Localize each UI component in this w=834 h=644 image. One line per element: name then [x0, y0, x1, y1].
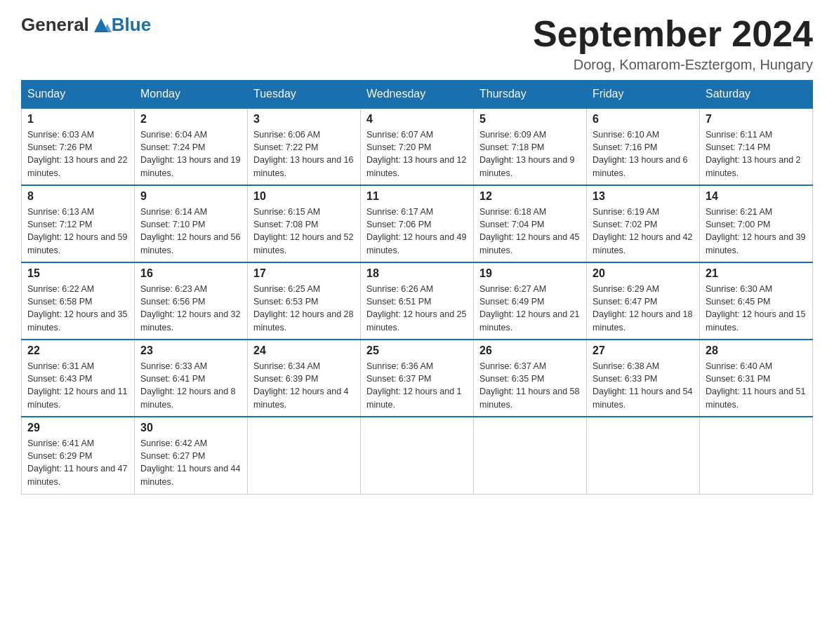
day-of-week-header: Monday: [135, 81, 248, 109]
day-number: 26: [479, 344, 581, 357]
day-info: Sunrise: 6:09 AMSunset: 7:18 PMDaylight:…: [479, 128, 581, 180]
day-number: 16: [140, 267, 241, 280]
logo: General Blue: [21, 14, 151, 36]
day-number: 4: [366, 113, 468, 126]
calendar-day-cell: 13Sunrise: 6:19 AMSunset: 7:02 PMDayligh…: [587, 185, 700, 262]
day-number: 5: [479, 113, 581, 126]
calendar-day-cell: 3Sunrise: 6:06 AMSunset: 7:22 PMDaylight…: [248, 108, 361, 185]
day-number: 17: [253, 267, 355, 280]
day-of-week-header: Friday: [587, 81, 700, 109]
day-info: Sunrise: 6:31 AMSunset: 6:43 PMDaylight:…: [27, 360, 128, 411]
day-number: 19: [479, 267, 581, 280]
day-number: 11: [366, 190, 468, 203]
calendar-week-row: 29Sunrise: 6:41 AMSunset: 6:29 PMDayligh…: [22, 417, 813, 494]
day-number: 10: [253, 190, 355, 203]
day-of-week-header: Wednesday: [361, 81, 474, 109]
day-of-week-header: Sunday: [22, 81, 135, 109]
page-header: General Blue September 2024 Dorog, Komar…: [21, 14, 813, 73]
calendar-day-cell: 28Sunrise: 6:40 AMSunset: 6:31 PMDayligh…: [700, 340, 813, 417]
day-of-week-header: Tuesday: [248, 81, 361, 109]
day-info: Sunrise: 6:21 AMSunset: 7:00 PMDaylight:…: [706, 206, 807, 257]
day-info: Sunrise: 6:03 AMSunset: 7:26 PMDaylight:…: [27, 128, 128, 180]
calendar-day-cell: 17Sunrise: 6:25 AMSunset: 6:53 PMDayligh…: [248, 262, 361, 340]
calendar-day-cell: 2Sunrise: 6:04 AMSunset: 7:24 PMDaylight…: [135, 108, 248, 185]
day-number: 22: [27, 344, 128, 357]
day-info: Sunrise: 6:17 AMSunset: 7:06 PMDaylight:…: [366, 206, 468, 257]
day-info: Sunrise: 6:30 AMSunset: 6:45 PMDaylight:…: [706, 283, 807, 334]
day-number: 14: [706, 190, 807, 203]
day-of-week-header: Saturday: [700, 81, 813, 109]
calendar-day-cell: 7Sunrise: 6:11 AMSunset: 7:14 PMDaylight…: [700, 108, 813, 185]
calendar-day-cell: 12Sunrise: 6:18 AMSunset: 7:04 PMDayligh…: [474, 185, 587, 262]
calendar-day-cell: 16Sunrise: 6:23 AMSunset: 6:56 PMDayligh…: [135, 262, 248, 340]
day-info: Sunrise: 6:23 AMSunset: 6:56 PMDaylight:…: [140, 283, 241, 334]
day-number: 18: [366, 267, 468, 280]
calendar-day-cell: 6Sunrise: 6:10 AMSunset: 7:16 PMDaylight…: [587, 108, 700, 185]
calendar-day-cell: 23Sunrise: 6:33 AMSunset: 6:41 PMDayligh…: [135, 340, 248, 417]
calendar-day-cell: 27Sunrise: 6:38 AMSunset: 6:33 PMDayligh…: [587, 340, 700, 417]
calendar-day-cell: [474, 417, 587, 494]
day-info: Sunrise: 6:29 AMSunset: 6:47 PMDaylight:…: [593, 283, 694, 334]
day-number: 27: [593, 344, 694, 357]
day-info: Sunrise: 6:41 AMSunset: 6:29 PMDaylight:…: [27, 437, 128, 488]
logo-icon: [91, 15, 112, 36]
day-info: Sunrise: 6:38 AMSunset: 6:33 PMDaylight:…: [593, 360, 694, 411]
day-number: 15: [27, 267, 128, 280]
logo-general: General: [21, 14, 89, 36]
day-info: Sunrise: 6:15 AMSunset: 7:08 PMDaylight:…: [253, 206, 355, 257]
calendar-table: SundayMondayTuesdayWednesdayThursdayFrid…: [21, 80, 813, 495]
calendar-week-row: 1Sunrise: 6:03 AMSunset: 7:26 PMDaylight…: [22, 108, 813, 185]
day-number: 2: [140, 113, 241, 126]
day-number: 9: [140, 190, 241, 203]
calendar-day-cell: 14Sunrise: 6:21 AMSunset: 7:00 PMDayligh…: [700, 185, 813, 262]
calendar-header-row: SundayMondayTuesdayWednesdayThursdayFrid…: [22, 81, 813, 109]
day-info: Sunrise: 6:37 AMSunset: 6:35 PMDaylight:…: [479, 360, 581, 411]
calendar-day-cell: 20Sunrise: 6:29 AMSunset: 6:47 PMDayligh…: [587, 262, 700, 340]
calendar-day-cell: 8Sunrise: 6:13 AMSunset: 7:12 PMDaylight…: [22, 185, 135, 262]
day-info: Sunrise: 6:42 AMSunset: 6:27 PMDaylight:…: [140, 437, 241, 488]
day-number: 7: [706, 113, 807, 126]
day-info: Sunrise: 6:04 AMSunset: 7:24 PMDaylight:…: [140, 128, 241, 180]
day-of-week-header: Thursday: [474, 81, 587, 109]
calendar-day-cell: [361, 417, 474, 494]
calendar-day-cell: 10Sunrise: 6:15 AMSunset: 7:08 PMDayligh…: [248, 185, 361, 262]
calendar-week-row: 8Sunrise: 6:13 AMSunset: 7:12 PMDaylight…: [22, 185, 813, 262]
calendar-day-cell: 9Sunrise: 6:14 AMSunset: 7:10 PMDaylight…: [135, 185, 248, 262]
calendar-day-cell: 15Sunrise: 6:22 AMSunset: 6:58 PMDayligh…: [22, 262, 135, 340]
day-number: 13: [593, 190, 694, 203]
calendar-day-cell: 11Sunrise: 6:17 AMSunset: 7:06 PMDayligh…: [361, 185, 474, 262]
day-info: Sunrise: 6:13 AMSunset: 7:12 PMDaylight:…: [27, 206, 128, 257]
day-number: 24: [253, 344, 355, 357]
day-info: Sunrise: 6:25 AMSunset: 6:53 PMDaylight:…: [253, 283, 355, 334]
day-number: 20: [593, 267, 694, 280]
day-info: Sunrise: 6:22 AMSunset: 6:58 PMDaylight:…: [27, 283, 128, 334]
calendar-day-cell: 4Sunrise: 6:07 AMSunset: 7:20 PMDaylight…: [361, 108, 474, 185]
calendar-day-cell: [248, 417, 361, 494]
title-section: September 2024 Dorog, Komarom-Esztergom,…: [533, 14, 813, 73]
day-info: Sunrise: 6:18 AMSunset: 7:04 PMDaylight:…: [479, 206, 581, 257]
day-info: Sunrise: 6:33 AMSunset: 6:41 PMDaylight:…: [140, 360, 241, 411]
calendar-day-cell: 18Sunrise: 6:26 AMSunset: 6:51 PMDayligh…: [361, 262, 474, 340]
calendar-day-cell: 26Sunrise: 6:37 AMSunset: 6:35 PMDayligh…: [474, 340, 587, 417]
day-number: 28: [706, 344, 807, 357]
calendar-day-cell: 29Sunrise: 6:41 AMSunset: 6:29 PMDayligh…: [22, 417, 135, 494]
day-info: Sunrise: 6:26 AMSunset: 6:51 PMDaylight:…: [366, 283, 468, 334]
day-number: 23: [140, 344, 241, 357]
calendar-week-row: 22Sunrise: 6:31 AMSunset: 6:43 PMDayligh…: [22, 340, 813, 417]
day-number: 1: [27, 113, 128, 126]
calendar-day-cell: 22Sunrise: 6:31 AMSunset: 6:43 PMDayligh…: [22, 340, 135, 417]
day-number: 21: [706, 267, 807, 280]
day-info: Sunrise: 6:36 AMSunset: 6:37 PMDaylight:…: [366, 360, 468, 411]
day-info: Sunrise: 6:27 AMSunset: 6:49 PMDaylight:…: [479, 283, 581, 334]
calendar-week-row: 15Sunrise: 6:22 AMSunset: 6:58 PMDayligh…: [22, 262, 813, 340]
calendar-day-cell: 5Sunrise: 6:09 AMSunset: 7:18 PMDaylight…: [474, 108, 587, 185]
day-info: Sunrise: 6:34 AMSunset: 6:39 PMDaylight:…: [253, 360, 355, 411]
calendar-day-cell: 19Sunrise: 6:27 AMSunset: 6:49 PMDayligh…: [474, 262, 587, 340]
day-number: 29: [27, 422, 128, 434]
day-number: 3: [253, 113, 355, 126]
day-info: Sunrise: 6:19 AMSunset: 7:02 PMDaylight:…: [593, 206, 694, 257]
day-info: Sunrise: 6:11 AMSunset: 7:14 PMDaylight:…: [706, 128, 807, 180]
day-number: 6: [593, 113, 694, 126]
logo-blue: Blue: [112, 14, 151, 36]
day-number: 25: [366, 344, 468, 357]
